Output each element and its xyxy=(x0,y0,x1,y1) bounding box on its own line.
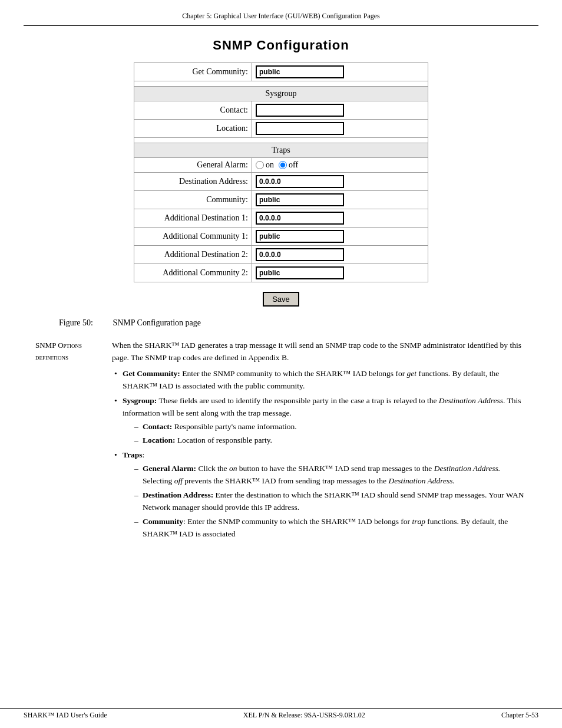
contact-dash-bold: Contact: xyxy=(143,422,172,431)
save-button-row: Save xyxy=(24,292,538,307)
sysgroup-header-row: Sysgroup xyxy=(134,87,428,101)
sysgroup-bullet: Sysgroup: These fields are used to ident… xyxy=(112,395,527,447)
general-alarm-label: General Alarm: xyxy=(134,158,252,173)
radio-group: on off xyxy=(256,160,424,170)
get-community-bullet: Get Community: Enter the SNMP community … xyxy=(112,368,527,393)
snmp-options-label: SNMP Options definitions xyxy=(35,340,112,543)
get-community-label: Get Community: xyxy=(134,63,252,81)
spacer-row-1 xyxy=(134,81,428,87)
page-footer: SHARK™ IAD User's Guide XEL P/N & Releas… xyxy=(0,708,562,720)
figure-caption-text: SNMP Configuration page xyxy=(113,318,201,327)
snmp-options-content: When the SHARK™ IAD generates a trap mes… xyxy=(112,340,527,543)
get-community-bullet-bold: Get Community: xyxy=(123,369,180,378)
radio-on-item: on xyxy=(256,160,274,170)
contact-input[interactable] xyxy=(256,104,344,117)
footer-center: XEL P/N & Release: 9SA-USRS-9.0R1.02 xyxy=(243,711,365,720)
get-community-input[interactable] xyxy=(256,65,344,78)
add-comm1-input-cell xyxy=(252,228,428,246)
contact-dash-item: Contact: Responsible party's name inform… xyxy=(134,421,527,433)
contact-label: Contact: xyxy=(134,101,252,120)
add-comm1-row: Additional Community 1: xyxy=(134,228,428,246)
traps-header-row: Traps xyxy=(134,143,428,158)
chapter-header-text: Chapter 5: Graphical User Interface (GUI… xyxy=(182,12,380,20)
radio-on[interactable] xyxy=(256,161,264,169)
destination-address-dash-item: Destination Address: Enter the destinati… xyxy=(134,489,527,514)
add-dest1-row: Additional Destination 1: xyxy=(134,209,428,228)
destination-address-input-cell xyxy=(252,173,428,191)
sysgroup-dash-list: Contact: Responsible party's name inform… xyxy=(134,421,527,447)
spacer-row-2 xyxy=(134,138,428,143)
community-label: Community: xyxy=(134,191,252,209)
add-comm2-input[interactable] xyxy=(256,266,344,279)
get-community-input-cell xyxy=(252,63,428,81)
add-dest2-row: Additional Destination 2: xyxy=(134,246,428,264)
destination-address-label: Destination Address: xyxy=(134,173,252,191)
traps-bullet: Traps: General Alarm: Click the on butto… xyxy=(112,449,527,540)
radio-on-label: on xyxy=(266,160,274,170)
traps-dash-list: General Alarm: Click the on button to ha… xyxy=(134,463,527,541)
location-label: Location: xyxy=(134,120,252,138)
add-dest2-label: Additional Destination 2: xyxy=(134,246,252,264)
add-dest2-input[interactable] xyxy=(256,248,344,261)
footer-left: SHARK™ IAD User's Guide xyxy=(24,711,107,720)
save-button[interactable]: Save xyxy=(263,292,299,307)
page-wrapper: Chapter 5: Graphical User Interface (GUI… xyxy=(0,0,562,728)
add-comm2-label: Additional Community 2: xyxy=(134,264,252,282)
community-dash-bold: Community xyxy=(143,517,183,526)
snmp-intro: When the SHARK™ IAD generates a trap mes… xyxy=(112,340,527,364)
add-comm1-input[interactable] xyxy=(256,230,344,243)
contact-dash-text: Responsible party's name information. xyxy=(172,422,296,431)
location-input[interactable] xyxy=(256,122,344,135)
community-dash-item: Community: Enter the SNMP community to w… xyxy=(134,516,527,541)
add-comm2-input-cell xyxy=(252,264,428,282)
general-alarm-dash-text: Click the on button to have the SHARK™ I… xyxy=(143,464,500,485)
page-title: SNMP Configuration xyxy=(24,38,538,53)
general-alarm-dash-bold: General Alarm: xyxy=(143,464,196,473)
page-header: Chapter 5: Graphical User Interface (GUI… xyxy=(24,12,538,26)
traps-bullet-bold: Traps xyxy=(123,450,143,459)
location-dash-text: Location of responsible party. xyxy=(176,436,272,444)
location-row: Location: xyxy=(134,120,428,138)
snmp-options-line2: definitions xyxy=(35,353,68,361)
body-section: SNMP Options definitions When the SHARK™… xyxy=(24,340,538,543)
snmp-options-line1: SNMP Options xyxy=(35,341,82,350)
destination-address-dash-bold: Destination Address: xyxy=(143,490,213,499)
location-input-cell xyxy=(252,120,428,138)
radio-off-label: off xyxy=(289,160,298,170)
add-dest1-input-cell xyxy=(252,209,428,228)
add-comm2-row: Additional Community 2: xyxy=(134,264,428,282)
sysgroup-bullet-bold: Sysgroup: xyxy=(123,396,157,405)
destination-address-row: Destination Address: xyxy=(134,173,428,191)
location-dash-item: Location: Location of responsible party. xyxy=(134,434,527,447)
general-alarm-controls: on off xyxy=(252,158,428,173)
community-input-cell xyxy=(252,191,428,209)
add-dest2-input-cell xyxy=(252,246,428,264)
add-comm1-label: Additional Community 1: xyxy=(134,228,252,246)
radio-off[interactable] xyxy=(279,161,287,169)
config-table: Get Community: Sysgroup Contact: Locatio… xyxy=(134,62,428,282)
figure-caption: Figure 50: SNMP Configuration page xyxy=(59,318,538,328)
general-alarm-dash-item: General Alarm: Click the on button to ha… xyxy=(134,463,527,487)
get-community-row: Get Community: xyxy=(134,63,428,81)
contact-input-cell xyxy=(252,101,428,120)
destination-address-input[interactable] xyxy=(256,175,344,188)
figure-number: Figure 50: xyxy=(59,318,93,327)
footer-right: Chapter 5-53 xyxy=(501,711,538,720)
bullet-list: Get Community: Enter the SNMP community … xyxy=(112,368,527,541)
community-colon: : Enter the SNMP community to which the … xyxy=(143,517,508,538)
traps-header: Traps xyxy=(134,143,428,158)
traps-colon: : xyxy=(143,450,145,459)
add-dest1-label: Additional Destination 1: xyxy=(134,209,252,228)
general-alarm-row: General Alarm: on off xyxy=(134,158,428,173)
add-dest1-input[interactable] xyxy=(256,212,344,225)
location-dash-bold: Location: xyxy=(143,436,176,444)
sysgroup-bullet-text: These fields are used to identify the re… xyxy=(123,396,521,417)
community-input[interactable] xyxy=(256,193,344,206)
sysgroup-header: Sysgroup xyxy=(134,87,428,101)
contact-row: Contact: xyxy=(134,101,428,120)
community-row: Community: xyxy=(134,191,428,209)
radio-off-item: off xyxy=(279,160,298,170)
